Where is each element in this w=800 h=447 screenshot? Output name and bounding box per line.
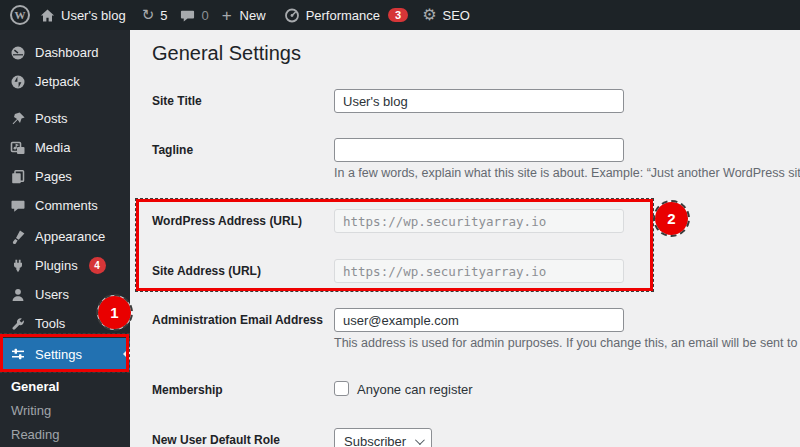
sidebar-item-label: Users <box>35 287 69 302</box>
sidebar-item-label: Dashboard <box>35 45 99 60</box>
site-title-label: Site Title <box>152 94 202 108</box>
sidebar-item-jetpack[interactable]: Jetpack <box>0 67 130 96</box>
sidebar-item-media[interactable]: Media <box>0 133 130 162</box>
user-icon <box>10 287 26 303</box>
page-title: General Settings <box>152 42 301 65</box>
site-name-label: User's blog <box>61 8 126 23</box>
performance-label: Performance <box>306 8 380 23</box>
seo-gear-icon: ⚙ <box>422 7 436 23</box>
wordpress-logo-icon: W <box>10 5 30 25</box>
comments-count: 0 <box>201 8 208 23</box>
default-role-label: New User Default Role <box>152 433 280 447</box>
tagline-input[interactable] <box>334 138 624 162</box>
settings-sliders-icon <box>10 346 26 362</box>
submenu-item-label: Writing <box>11 403 51 418</box>
admin-bar: W User's blog ↻ 5 0 + New Performance 3 … <box>0 0 800 30</box>
pages-icon <box>10 169 26 185</box>
tagline-label: Tagline <box>152 143 193 157</box>
default-role-value: Subscriber <box>344 434 406 447</box>
submenu-item-general[interactable]: General <box>0 374 130 398</box>
seo-menu[interactable]: ⚙ SEO <box>422 7 470 23</box>
sidebar-item-label: Settings <box>35 347 82 362</box>
site-title-input[interactable] <box>334 89 624 113</box>
site-address-label: Site Address (URL) <box>152 264 261 278</box>
sidebar-item-plugins[interactable]: Plugins 4 <box>0 251 130 280</box>
sidebar-item-label: Posts <box>35 111 68 126</box>
wrench-icon <box>10 316 26 332</box>
wordpress-menu[interactable]: W <box>10 5 30 25</box>
default-role-select[interactable]: Subscriber <box>334 428 432 447</box>
membership-label: Membership <box>152 383 223 397</box>
sidebar-item-label: Pages <box>35 169 72 184</box>
sidebar-item-tools[interactable]: Tools <box>0 309 130 338</box>
sidebar-item-label: Jetpack <box>35 74 80 89</box>
sidebar-item-appearance[interactable]: Appearance <box>0 222 130 251</box>
new-label: New <box>240 8 266 23</box>
plug-icon <box>10 258 26 274</box>
admin-email-input[interactable] <box>334 308 624 332</box>
sidebar-item-pages[interactable]: Pages <box>0 162 130 191</box>
plugins-update-badge: 4 <box>89 257 106 274</box>
performance-badge: 3 <box>388 8 408 22</box>
settings-submenu: General Writing Reading <box>0 374 130 446</box>
anyone-can-register-checkbox[interactable] <box>334 381 349 396</box>
paintbrush-icon <box>10 229 26 245</box>
site-name-link[interactable]: User's blog <box>40 8 126 23</box>
sidebar-item-dashboard[interactable]: Dashboard <box>0 38 130 67</box>
sidebar-item-label: Plugins <box>35 258 78 273</box>
plus-icon: + <box>222 7 232 24</box>
submenu-item-label: Reading <box>11 427 59 442</box>
comments-icon <box>10 198 26 214</box>
general-settings-page: General Settings Site Title Tagline In a… <box>130 30 800 447</box>
media-icon <box>10 140 26 156</box>
wordpress-address-label: WordPress Address (URL) <box>152 214 302 228</box>
sidebar-item-settings[interactable]: Settings <box>0 338 130 370</box>
home-icon <box>40 8 55 23</box>
comments-link[interactable]: 0 <box>180 8 208 23</box>
admin-email-label: Administration Email Address <box>152 313 323 327</box>
sidebar-item-posts[interactable]: Posts <box>0 104 130 133</box>
seo-label: SEO <box>443 8 470 23</box>
new-content-button[interactable]: + New <box>222 7 266 24</box>
tagline-help-text: In a few words, explain what this site i… <box>334 166 800 180</box>
admin-email-help-text: This address is used for admin purposes.… <box>334 336 800 350</box>
sidebar-item-users[interactable]: Users <box>0 280 130 309</box>
submenu-item-reading[interactable]: Reading <box>0 422 130 446</box>
admin-sidebar: Dashboard Jetpack Posts Media Pages Comm… <box>0 30 130 447</box>
performance-icon <box>284 7 300 23</box>
site-address-input[interactable] <box>334 259 624 283</box>
chevron-down-icon <box>415 435 425 445</box>
submenu-item-label: General <box>11 379 59 394</box>
updates-link[interactable]: ↻ 5 <box>142 8 168 23</box>
sidebar-item-label: Comments <box>35 198 98 213</box>
wordpress-address-input[interactable] <box>334 209 624 233</box>
performance-menu[interactable]: Performance 3 <box>284 7 409 23</box>
dashboard-icon <box>10 45 26 61</box>
pushpin-icon <box>10 111 26 127</box>
sidebar-item-label: Tools <box>35 316 65 331</box>
sidebar-item-label: Media <box>35 140 70 155</box>
updates-count: 5 <box>160 8 167 23</box>
sidebar-item-comments[interactable]: Comments <box>0 191 130 220</box>
sidebar-item-label: Appearance <box>35 229 105 244</box>
anyone-can-register-label: Anyone can register <box>357 382 473 397</box>
comment-bubble-icon <box>180 8 195 23</box>
jetpack-icon <box>10 74 26 90</box>
updates-icon: ↻ <box>142 8 155 23</box>
submenu-item-writing[interactable]: Writing <box>0 398 130 422</box>
